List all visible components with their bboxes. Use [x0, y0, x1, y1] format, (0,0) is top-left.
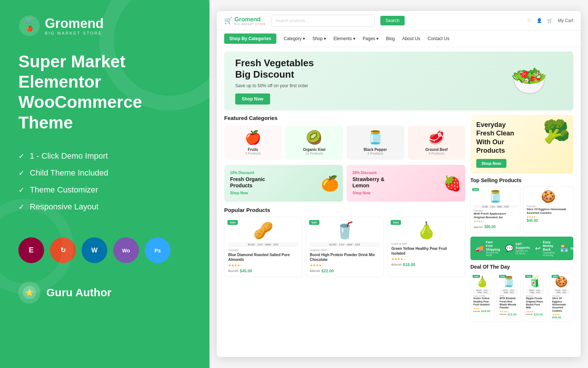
svg-text:⭐: ⭐	[25, 289, 34, 297]
pear-name: Green Yellow Healthy Pear Fruit Isolated	[391, 246, 461, 256]
cat-card-kiwi[interactable]: 🥝 Organic Kiwi 13 Products	[286, 125, 343, 160]
check-icon-3: ✓	[18, 185, 25, 194]
feature-moneyback: ↩ Easy Money Back Guarantee of money	[535, 240, 555, 256]
promo-organic-image: 🍊	[321, 175, 339, 192]
promo-big-image: 🥦	[543, 118, 570, 145]
right-panel: 🛒 Gromend BIG MARKET STORE Search produc…	[209, 0, 588, 368]
deal-mtr-prices: $18.00 $15.00	[500, 313, 518, 316]
nav-blog[interactable]: Blog	[386, 36, 395, 41]
kiwi-name: Organic Kiwi	[290, 148, 339, 152]
nav-pages[interactable]: Pages ▾	[363, 36, 379, 41]
top-product-applesauce[interactable]: Sale 🫙 413D : 11H : 08M : 34S Cereals Mo…	[470, 186, 520, 233]
nav-category[interactable]: Category ▾	[284, 36, 305, 41]
deal-mtr-stars: ★★★★☆	[500, 310, 518, 313]
nav-about[interactable]: About Us	[402, 36, 420, 41]
promo-card-strawberry[interactable]: 20% Discount Strawberry &Lemon Shop Now …	[347, 165, 465, 202]
support-sub: Contact us 24 hours	[516, 250, 530, 255]
applesauce-emoji: 🫙	[474, 190, 517, 204]
product-card-almonds[interactable]: Sale 🥜 813D : 11H : 08M : 34S Cereals Bl…	[224, 217, 302, 277]
features-list: ✓1 - Click Demo Import ✓Child Theme Incl…	[18, 151, 191, 219]
right-sidebar: Everyday Fresh Clean With Our Products S…	[470, 115, 573, 322]
cookies-stars: ★★★★☆	[527, 216, 570, 219]
cat-card-fruits[interactable]: 🍎 Fruits 3 Products	[224, 125, 282, 160]
deal-pear-stars: ★★★☆☆	[473, 307, 492, 309]
check-icon-1: ✓	[18, 152, 25, 160]
cart-icon[interactable]: 🛒	[547, 18, 553, 23]
top-selling-title: Top Selling Products	[470, 177, 573, 183]
cart-label[interactable]: My Cart	[558, 18, 573, 23]
logo-area: 🛒 🍎 Gromend BIG MARKET STORE	[18, 15, 191, 37]
svg-text:E: E	[29, 246, 33, 254]
deal-ripple-timer: 439D : 11H : 08M : 34S	[526, 289, 544, 294]
top-product-cookies[interactable]: 🍪 Cereals Slice Of Eggless Homemade Asso…	[523, 186, 573, 233]
tech-icons: E ↻ W Wo Ps	[18, 237, 191, 263]
almonds-price: $11.05 $45.00	[228, 269, 298, 273]
pear-price: $20.00 $18.00	[391, 262, 461, 267]
nav-elements[interactable]: Elements ▾	[333, 36, 355, 41]
product-card-pear[interactable]: Sale 🍐 Cake & Milk Green Yellow Healthy …	[387, 217, 465, 277]
left-panel: 🛒 🍎 Gromend BIG MARKET STORE Super Marke…	[0, 0, 209, 368]
deal-card-pear[interactable]: Sale 🍐 813D : 11H : 08M : 34S Cake & Mil…	[470, 273, 495, 322]
almonds-stars: ★★★★☆	[228, 263, 298, 267]
feature-store: 🏪 Store	[560, 244, 579, 252]
deal-ripple-new: $15.00	[534, 313, 542, 316]
cat-card-beef[interactable]: 🥩 Ground Beef 8 Products	[408, 125, 466, 160]
deal-card-mtr[interactable]: Sale 🫙 437D : 11H : 08M : 34S MTR MTR Bi…	[497, 273, 521, 322]
pepper-emoji: 🫙	[351, 130, 400, 145]
deal-cookies-name: Slice Of Eggless Homemade Assorted Cooki…	[552, 297, 571, 312]
product-card-boost[interactable]: Sale 🥤 813D : 11H : 08M : 34S Organic Ki…	[306, 217, 384, 277]
promo-cards: 10% Discount Fresh OrganicProducts Shop …	[224, 165, 465, 202]
deal-sale-cookies: Sale	[552, 275, 559, 278]
wishlist-icon[interactable]: ♡	[527, 18, 531, 23]
promo-strawberry-discount: 20% Discount	[352, 171, 459, 175]
pepper-count: 3 Products	[351, 152, 400, 155]
deal-sale-mtr: Sale	[499, 275, 506, 278]
pear-old-price: $20.00	[391, 263, 402, 266]
deal-card-cookies[interactable]: Sale 🍪 413D : 11H : 08M : 34S Cereals Sl…	[549, 273, 574, 322]
almonds-name: Blue Diamond Roasted Salted Pure Almonds	[228, 252, 298, 262]
nav-shop[interactable]: Shop ▾	[312, 36, 326, 41]
hero-title: Fresh VegetablesBig Discount	[235, 57, 314, 80]
fruits-count: 3 Products	[229, 152, 277, 155]
shop-by-categories-button[interactable]: Shop By Categories	[224, 33, 276, 44]
search-bar[interactable]: Search products...	[272, 15, 374, 26]
promo-card-organic[interactable]: 10% Discount Fresh OrganicProducts Shop …	[224, 165, 343, 202]
deal-card-ripple[interactable]: Sale 🧃 439D : 11H : 08M : 34S Cereals Ri…	[523, 273, 547, 322]
cookies-new-price: $45.00	[527, 219, 570, 223]
svg-text:↻: ↻	[60, 247, 66, 254]
deal-ripple-stars: ★★★★☆	[526, 310, 544, 313]
deal-cookies-stars: ★★★★☆	[552, 313, 571, 316]
svg-text:Ps: Ps	[154, 248, 161, 254]
store-title: Store	[570, 247, 579, 250]
promo-big-shop-button[interactable]: Shop Now	[476, 159, 506, 168]
deal-cookies-timer: 413D : 11H : 08M : 34S	[552, 289, 571, 294]
guru-icon: ⭐	[18, 282, 40, 304]
promo-big-card[interactable]: Everyday Fresh Clean With Our Products S…	[470, 115, 573, 174]
photoshop-icon: Ps	[145, 237, 171, 263]
search-placeholder: Search products...	[276, 18, 308, 23]
kiwi-count: 13 Products	[290, 152, 339, 155]
svg-point-13	[23, 286, 36, 299]
boost-timer: 813D : 11H : 08M : 34S	[310, 242, 380, 247]
feature-item-1: ✓1 - Click Demo Import	[18, 151, 191, 161]
nav-icons: ♡ 👤 🛒 My Cart	[527, 18, 573, 23]
search-button[interactable]: Search	[380, 16, 405, 25]
deal-mtr-new: $15.00	[508, 313, 516, 316]
account-icon[interactable]: 👤	[537, 18, 542, 23]
cat-card-pepper[interactable]: 🫙 Black Pepper 3 Products	[347, 125, 404, 160]
kiwi-emoji: 🥝	[290, 130, 339, 145]
fruits-name: Fruits	[229, 148, 277, 152]
deal-ripple-name: Ripple Foods Original Plant-Based Pure M…	[526, 297, 544, 309]
moneyback-icon: ↩	[535, 244, 541, 252]
nav-logo: 🛒 Gromend BIG MARKET STORE	[224, 16, 266, 25]
beef-count: 8 Products	[412, 152, 461, 155]
deal-sale-ripple: Sale	[525, 275, 533, 278]
hero-shop-now-button[interactable]: Shop Now	[235, 93, 270, 105]
brand-name: Gromend	[45, 16, 104, 31]
logo-text: Gromend BIG MARKET STORE	[45, 16, 104, 35]
svg-text:Wo: Wo	[122, 248, 130, 254]
left-content: Featured Categories 🍎 Fruits 3 Products …	[224, 115, 465, 322]
nav-contact[interactable]: Contact Us	[428, 36, 449, 41]
boost-price: $30.00 $22.00	[310, 269, 380, 273]
deal-ripple-prices: $18.00 $15.00	[526, 313, 544, 316]
